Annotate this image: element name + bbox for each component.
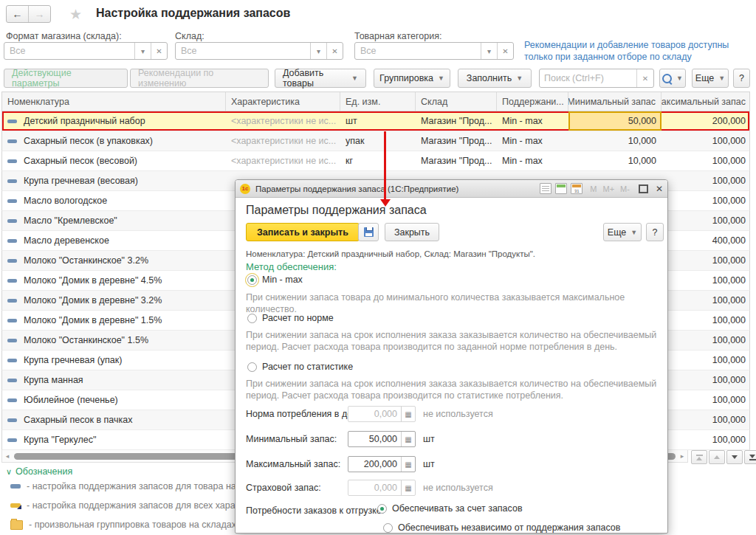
chevron-down-icon[interactable]: ▾ (134, 43, 151, 59)
help-button[interactable]: ? (733, 69, 750, 88)
table-row[interactable]: Сахарный песок (весовой) <характеристики… (1, 151, 750, 171)
max-stock-cell: 100,000 (662, 211, 751, 230)
dialog-help-button[interactable]: ? (646, 223, 664, 241)
chevron-down-icon[interactable]: ▾ (310, 43, 326, 59)
save-and-close-label: Записать и закрыть (257, 227, 348, 238)
go-bottom-button[interactable] (744, 450, 756, 464)
grouping-button[interactable]: Группировка▼ (374, 69, 450, 88)
forward-button[interactable]: → (28, 6, 50, 22)
search-icon (662, 74, 672, 83)
memory-m-button[interactable]: M (590, 184, 597, 193)
min-stock-value: 50,000 (348, 434, 401, 444)
filter-label-warehouse: Склад: (175, 31, 205, 41)
table-row[interactable]: Детский праздничный набор <характеристик… (1, 111, 750, 131)
characteristic-cell: <характеристики не ис... (226, 111, 340, 131)
search-options-button[interactable]: ▼ (659, 69, 686, 88)
calculator-picker-icon[interactable]: ▦ (401, 457, 415, 472)
legend-item-text: - настройка поддержания запасов для това… (27, 481, 244, 491)
column-header-nomenclature[interactable]: Номенклатура (2, 92, 226, 111)
calculator-icon[interactable] (555, 183, 567, 194)
clear-icon[interactable]: ✕ (326, 43, 343, 59)
more-button[interactable]: Еще▼ (692, 69, 729, 88)
column-header-min-stock[interactable]: Минимальный запас (568, 92, 662, 111)
legend-title[interactable]: ∨Обозначения (6, 466, 72, 477)
nomenclature-cell: Крупа "Геркулес" (2, 430, 226, 449)
column-header-unit[interactable]: Ед. изм. (340, 92, 416, 111)
stock-params-dialog: 1с Параметры поддержания запаса (1С:Пред… (235, 179, 668, 534)
store-format-combo[interactable]: Все ▾ ✕ (4, 42, 168, 60)
clear-icon[interactable]: ✕ (151, 43, 167, 59)
dialog-heading: Параметры поддержания запаса (246, 204, 427, 217)
daily-norm-input[interactable]: 0,000 ▦ (348, 406, 416, 422)
column-header-max-stock[interactable]: Максимальный запас (662, 92, 751, 111)
column-header-method[interactable]: Поддержани... (497, 92, 568, 111)
nomenclature-cell: Крупа манная (2, 370, 226, 390)
clear-search-icon[interactable]: ✕ (636, 69, 653, 87)
recommendations-button[interactable]: Рекомендации по изменению (130, 69, 269, 88)
method-option-minmax[interactable]: Min - max (247, 275, 303, 285)
scroll-left-icon[interactable]: ◂ (2, 452, 13, 460)
daily-norm-value: 0,000 (348, 409, 401, 419)
method-option-label: Min - max (262, 275, 303, 285)
go-up-button[interactable] (709, 450, 725, 464)
category-combo[interactable]: Все ▾ ✕ (354, 42, 514, 60)
current-params-button[interactable]: Действующие параметры (4, 69, 128, 88)
close-button[interactable]: Закрыть (385, 223, 439, 241)
nomenclature-cell: Юбилейное (печенье) (2, 390, 226, 410)
scroll-right-icon[interactable]: ▸ (677, 452, 687, 460)
dash-yellow-icon (10, 503, 21, 508)
close-window-icon[interactable]: ✕ (656, 184, 663, 194)
calculator-picker-icon[interactable]: ▦ (401, 432, 415, 446)
nomenclature-cell: Масло "Кремлевское" (2, 211, 226, 230)
go-down-button[interactable] (726, 450, 743, 464)
dialog-more-button[interactable]: Еще▼ (603, 223, 642, 241)
method-option-statistics[interactable]: Расчет по статистике (247, 362, 353, 372)
field-suffix: шт (423, 459, 435, 469)
max-stock-input[interactable]: 200,000 ▦ (348, 456, 416, 472)
go-top-button[interactable] (691, 450, 707, 464)
column-header-characteristic[interactable]: Характеристика (226, 92, 340, 111)
add-goods-button[interactable]: Добавить товары▼ (275, 69, 366, 88)
memory-mminus-button[interactable]: M- (620, 184, 630, 193)
min-stock-cell: 10,000 (568, 151, 662, 170)
min-stock-input[interactable]: 50,000 ▦ (348, 431, 416, 447)
method-option-norm[interactable]: Расчет по норме (247, 313, 334, 323)
calculator-picker-icon[interactable]: ▦ (401, 407, 415, 421)
maximize-icon[interactable] (639, 184, 648, 193)
field-label-max-stock: Максимальный запас: (246, 459, 340, 469)
print-preview-icon[interactable] (540, 183, 551, 194)
max-stock-cell: 400,000 (662, 231, 751, 250)
dialog-titlebar[interactable]: 1с Параметры поддержания запаса (1С:Пред… (236, 180, 667, 198)
save-button[interactable] (358, 223, 379, 241)
fill-button[interactable]: Заполнить▼ (458, 69, 532, 88)
column-header-warehouse[interactable]: Склад (416, 92, 497, 111)
nomenclature-cell: Масло деревенское (2, 231, 226, 250)
field-suffix: не используется (423, 409, 493, 419)
search-input[interactable] (540, 69, 636, 87)
stock-setting-dash-icon (7, 159, 17, 163)
table-row[interactable]: Сахарный песок (в упаковках) <характерис… (1, 131, 750, 151)
chevron-down-icon: ▼ (351, 75, 358, 82)
max-stock-cell: 100,000 (662, 390, 751, 410)
nomenclature-cell: Сахарный песок (в упаковках) (2, 131, 226, 151)
max-stock-cell: 100,000 (662, 251, 751, 270)
save-and-close-button[interactable]: Записать и закрыть (246, 223, 360, 241)
chevron-down-icon[interactable]: ▾ (481, 43, 497, 59)
memory-mplus-button[interactable]: M+ (603, 184, 615, 193)
calculator-picker-icon[interactable]: ▦ (401, 480, 415, 495)
legend-item: - настройка поддержания запасов для това… (10, 481, 244, 491)
legend-item-text: - настройка поддержания запасов для всех… (27, 500, 239, 511)
warehouse-combo[interactable]: Все ▾ ✕ (175, 42, 343, 60)
grouping-label: Группировка (379, 73, 433, 83)
stock-setting-dash-icon (7, 379, 17, 382)
back-button[interactable]: ← (7, 6, 28, 22)
calendar-icon[interactable] (571, 183, 583, 194)
triangle-down-icon (732, 455, 738, 459)
shipment-option-independent[interactable]: Обеспечивать независимо от поддержания з… (383, 522, 620, 533)
history-nav: ← → (6, 5, 51, 23)
fill-label: Заполнить (467, 73, 512, 83)
clear-icon[interactable]: ✕ (497, 43, 513, 59)
shipment-option-from-stock[interactable]: Обеспечивать за счет запасов (377, 503, 523, 514)
safety-stock-input[interactable]: 0,000 ▦ (348, 480, 416, 496)
favorite-star-icon[interactable]: ★ (69, 6, 82, 23)
